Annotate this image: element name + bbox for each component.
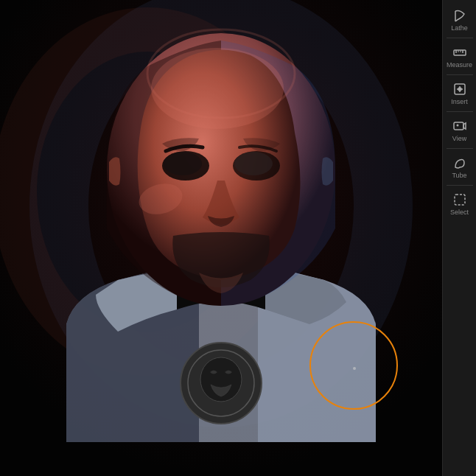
tool-insert[interactable]: Insert [443, 77, 477, 110]
tool-tube[interactable]: Tube [443, 150, 477, 183]
tool-select[interactable]: Select [443, 187, 477, 220]
select-icon [452, 192, 468, 208]
measure-icon [452, 44, 468, 60]
lathe-icon [452, 7, 468, 24]
measure-label: Measure [447, 62, 472, 69]
insert-label: Insert [451, 99, 468, 105]
insert-icon [452, 81, 468, 97]
tool-measure[interactable]: Measure [443, 40, 477, 73]
svg-point-21 [164, 152, 202, 175]
lathe-label: Lathe [451, 25, 468, 32]
tube-icon [452, 155, 468, 171]
svg-point-22 [234, 152, 273, 175]
right-divider-3 [447, 111, 473, 112]
tool-view[interactable]: View [443, 113, 477, 147]
right-toolbar: Lathe Measure Ins [442, 0, 476, 476]
tool-lathe[interactable]: Lathe [443, 3, 477, 36]
select-label: Select [450, 209, 469, 216]
svg-rect-38 [454, 122, 463, 130]
sculpture-svg [0, 0, 442, 476]
canvas-area[interactable] [0, 0, 442, 476]
brush-center-dot [353, 367, 356, 370]
svg-point-33 [458, 88, 461, 91]
right-divider-2 [447, 74, 473, 75]
right-divider-5 [447, 185, 473, 186]
view-label: View [452, 136, 466, 142]
svg-rect-40 [455, 195, 465, 205]
svg-point-39 [456, 125, 458, 127]
right-divider-1 [447, 38, 473, 38]
tube-label: Tube [452, 172, 466, 179]
right-divider-4 [447, 148, 473, 149]
view-icon [452, 118, 468, 134]
